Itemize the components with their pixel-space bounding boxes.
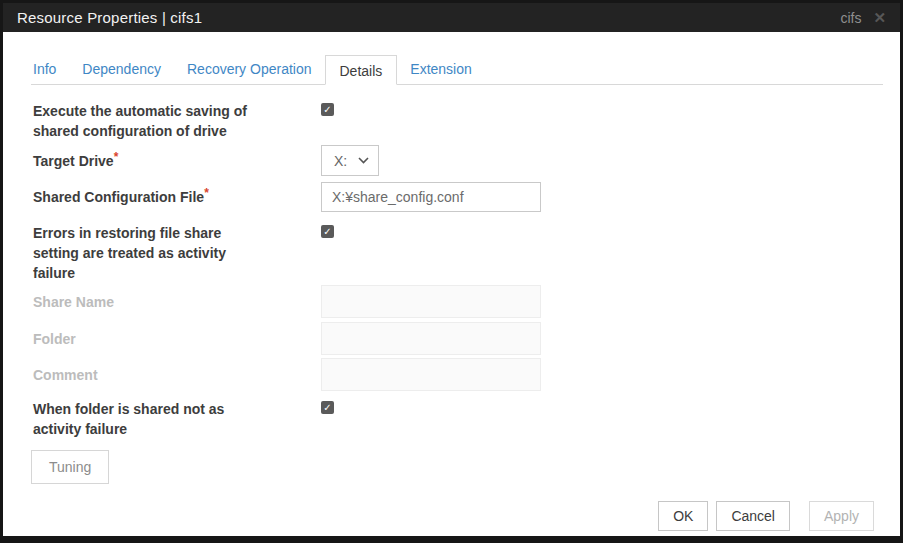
row-comment: Comment (31, 358, 883, 391)
row-folder-shared: When folder is shared not as activity fa… (31, 399, 883, 439)
ok-button[interactable]: OK (658, 501, 708, 531)
folder-input (321, 322, 541, 355)
check-icon: ✓ (323, 226, 331, 237)
comment-label: Comment (31, 365, 321, 385)
target-drive-select[interactable]: X: (321, 145, 379, 176)
row-errors-restore: Errors in restoring file share setting a… (31, 223, 883, 283)
target-drive-value: X: (334, 153, 347, 169)
title-bar: Resource Properties | cifs1 cifs ✕ (3, 3, 900, 32)
window-label: cifs (840, 10, 861, 26)
row-auto-save: Execute the automatic saving of shared c… (31, 101, 883, 141)
row-target-drive: Target Drive* X: (31, 145, 883, 176)
dialog-footer: OK Cancel Apply (31, 501, 883, 531)
shared-config-file-input[interactable] (321, 182, 541, 212)
close-icon[interactable]: ✕ (873, 10, 886, 25)
chevron-down-icon (358, 157, 369, 164)
folder-shared-label: When folder is shared not as activity fa… (31, 399, 321, 439)
target-drive-label: Target Drive* (31, 151, 321, 171)
row-share-name: Share Name (31, 285, 883, 318)
row-tuning: Tuning (31, 450, 883, 484)
tuning-button[interactable]: Tuning (31, 450, 109, 484)
auto-save-label: Execute the automatic saving of shared c… (31, 101, 321, 141)
tab-recovery-operation[interactable]: Recovery Operation (174, 54, 325, 84)
details-form: Execute the automatic saving of shared c… (3, 101, 900, 531)
dialog-title: Resource Properties | cifs1 (17, 9, 202, 26)
check-icon: ✓ (323, 402, 331, 413)
resource-properties-dialog: Resource Properties | cifs1 cifs ✕ Info … (0, 0, 903, 543)
share-name-label: Share Name (31, 292, 321, 312)
cancel-button[interactable]: Cancel (716, 501, 790, 531)
required-mark: * (204, 186, 209, 200)
tab-details[interactable]: Details (325, 55, 398, 85)
check-icon: ✓ (323, 104, 331, 115)
folder-shared-checkbox[interactable]: ✓ (321, 401, 334, 414)
tab-bar: Info Dependency Recovery Operation Detai… (31, 54, 883, 85)
errors-restore-label: Errors in restoring file share setting a… (31, 223, 321, 283)
errors-restore-checkbox[interactable]: ✓ (321, 225, 334, 238)
apply-button: Apply (809, 501, 874, 531)
title-bar-right: cifs ✕ (840, 10, 886, 26)
folder-label: Folder (31, 329, 321, 349)
comment-input (321, 358, 541, 391)
tab-extension[interactable]: Extension (397, 54, 484, 84)
shared-config-file-label: Shared Configuration File* (31, 187, 321, 207)
row-shared-config-file: Shared Configuration File* (31, 182, 883, 212)
required-mark: * (114, 150, 119, 164)
share-name-input (321, 285, 541, 318)
tab-info[interactable]: Info (31, 54, 69, 84)
row-folder: Folder (31, 322, 883, 355)
auto-save-checkbox[interactable]: ✓ (321, 103, 334, 116)
tab-dependency[interactable]: Dependency (69, 54, 174, 84)
